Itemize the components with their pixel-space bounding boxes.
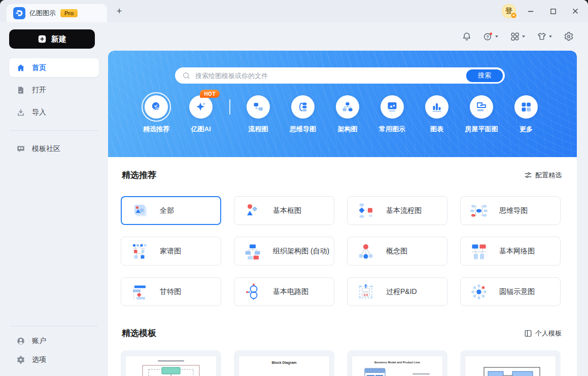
template-card-label: 基本框图 (273, 206, 301, 215)
document-icon (16, 86, 25, 95)
template-preview-image: Business Model and Product Line (352, 356, 442, 376)
floorplan-icon (475, 101, 488, 113)
community-icon (16, 144, 25, 154)
category-mindmap[interactable]: 思维导图 (281, 95, 325, 134)
sidebar-item-home[interactable]: 首页 (9, 58, 99, 77)
window-controls: 登 (502, 0, 583, 22)
template-card-mindmap[interactable]: 思维导图 (460, 196, 561, 225)
shirt-icon (537, 31, 547, 42)
theme-menu-button[interactable] (537, 31, 552, 42)
template-card-gantt[interactable]: 甘特图 (121, 277, 221, 306)
category-ai[interactable]: HOT 亿图AI (179, 95, 223, 134)
concept-map-icon (356, 242, 375, 261)
notifications-button[interactable] (462, 31, 472, 42)
template-preview-image (126, 356, 216, 376)
search-button[interactable]: 搜索 (466, 69, 503, 82)
template-card-label: 圆辐示意图 (499, 287, 535, 296)
sidebar-item-label: 首页 (32, 63, 46, 72)
search-input[interactable] (195, 72, 466, 80)
bell-icon (462, 31, 472, 42)
app-logo-icon (13, 7, 25, 19)
template-preview-card[interactable] (460, 350, 561, 376)
category-charts[interactable]: 图表 (414, 95, 459, 134)
category-featured[interactable]: 精选推荐 (134, 95, 179, 134)
selected-ring (142, 92, 171, 122)
personal-templates-label: 个人模板 (535, 329, 562, 338)
template-card-basic-circuit[interactable]: 基本电路图 (234, 277, 334, 306)
template-card-process-pid[interactable]: 过程P&ID (347, 277, 447, 306)
pro-badge: Pro (60, 9, 78, 17)
new-document-button[interactable]: 新建 (9, 29, 95, 49)
category-divider (223, 95, 236, 134)
template-preview-card[interactable]: Block Diagram (234, 350, 334, 376)
new-tab-button[interactable]: + (114, 6, 125, 17)
basic-circuit-icon (243, 282, 262, 302)
family-tree-icon (130, 242, 149, 261)
template-card-basic-frame[interactable]: 基本框图 (234, 196, 334, 225)
apps-menu-button[interactable] (510, 31, 526, 42)
settings-button[interactable] (564, 31, 574, 42)
configure-featured-link[interactable]: 配置精选 (524, 171, 562, 180)
plus-icon (38, 34, 47, 44)
chevron-down-icon (495, 35, 499, 38)
category-flowchart[interactable]: 流程图 (236, 95, 281, 134)
template-card-basic-network[interactable]: 基本网络图 (460, 237, 561, 266)
account-icon (16, 336, 25, 346)
category-label: 精选推荐 (143, 125, 169, 134)
bar-chart-icon (431, 101, 443, 113)
close-button[interactable] (568, 4, 583, 19)
app-tab[interactable]: 亿图图示 Pro (7, 4, 107, 22)
panel-icon (524, 329, 532, 337)
category-label: 思维导图 (290, 125, 316, 134)
tab-title: 亿图图示 (29, 9, 56, 18)
template-card-label: 基本流程图 (386, 206, 422, 215)
sidebar-item-open[interactable]: 打开 (9, 81, 99, 99)
template-card-family-tree[interactable]: 家谱图 (121, 237, 221, 266)
help-icon: ? (483, 31, 493, 42)
search-bar: 搜索 (175, 67, 505, 84)
minimize-button[interactable] (523, 4, 538, 19)
svg-text:Business Model and Product Lin: Business Model and Product Line (374, 361, 420, 364)
template-card-radial-diagram[interactable]: 圆辐示意图 (460, 277, 561, 306)
org-chart-auto-icon (243, 242, 262, 261)
user-avatar[interactable]: 登 (502, 4, 516, 18)
category-label: 亿图AI (191, 125, 211, 134)
chevron-down-icon (548, 35, 552, 38)
template-card-concept-map[interactable]: 概念图 (347, 237, 447, 266)
template-card-org-chart-auto[interactable]: 组织架构图 (自动) (234, 237, 334, 266)
sidebar-item-label: 选项 (32, 355, 46, 364)
category-label: 架构图 (338, 125, 358, 134)
sidebar-item-label: 导入 (32, 108, 46, 117)
category-orgchart[interactable]: 架构图 (325, 95, 370, 134)
sidebar-item-account[interactable]: 账户 (9, 331, 99, 350)
template-card-all[interactable]: 全部 (121, 196, 221, 225)
sidebar-item-template-community[interactable]: 模板社区 (9, 139, 99, 158)
more-grid-icon (520, 101, 532, 113)
featured-section-header: 精选推荐 配置精选 (122, 169, 562, 181)
help-menu-button[interactable]: ? (483, 31, 499, 42)
top-toolbar: ? (108, 22, 588, 51)
sidebar-item-label: 账户 (32, 336, 46, 346)
import-icon (16, 108, 25, 117)
template-card-basic-flowchart[interactable]: 基本流程图 (347, 196, 447, 225)
template-preview-grid: Block Diagram (121, 350, 577, 376)
avatar-dropdown-icon (510, 12, 517, 19)
template-preview-card[interactable]: Business Model and Product Line (347, 350, 447, 376)
personal-templates-link[interactable]: 个人模板 (524, 329, 562, 338)
gantt-icon (130, 282, 149, 302)
template-card-label: 概念图 (386, 247, 407, 256)
category-floorplan[interactable]: 房屋平面图 (459, 95, 504, 134)
sidebar-divider (10, 130, 98, 131)
template-card-label: 基本电路图 (273, 287, 308, 296)
hero-banner: 搜索 精选推荐 HOT 亿图AI (108, 51, 577, 157)
category-label: 常用图示 (379, 125, 405, 134)
sidebar-item-import[interactable]: 导入 (9, 103, 99, 122)
category-common-diagrams[interactable]: 常用图示 (370, 95, 414, 134)
settings-gear-icon (564, 31, 574, 42)
template-preview-card[interactable] (121, 350, 221, 376)
category-label: 流程图 (249, 125, 268, 134)
maximize-button[interactable] (545, 4, 561, 19)
category-more[interactable]: 更多 (504, 95, 548, 134)
template-card-label: 甘特图 (160, 287, 181, 296)
sidebar-item-options[interactable]: 选项 (9, 350, 99, 369)
